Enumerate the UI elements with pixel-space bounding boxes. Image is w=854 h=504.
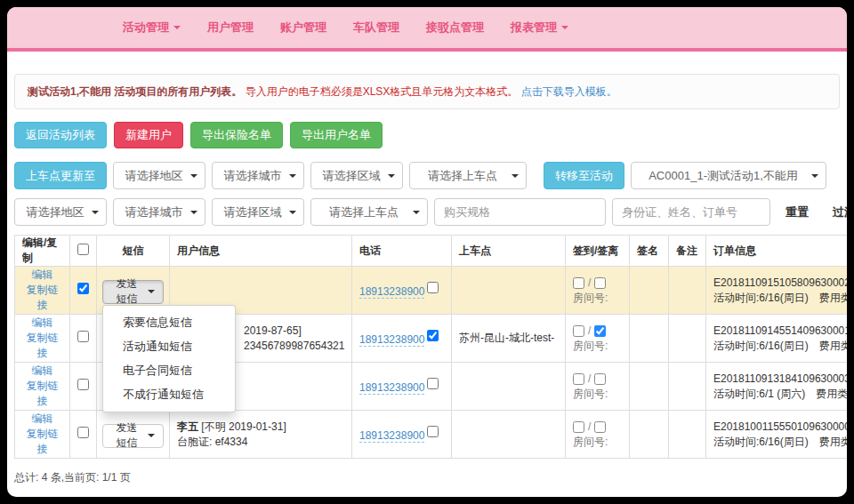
edit-link[interactable]: 编辑: [22, 364, 62, 379]
target-activity-select[interactable]: AC0001_1-测试活动1,不能用: [631, 162, 826, 189]
signature-cell: [630, 267, 669, 315]
phone-checkbox[interactable]: [427, 330, 439, 341]
menu-item-cancel-notice-sms[interactable]: 不成行通知短信: [103, 383, 235, 407]
order-number: E20181109145514096300019: [713, 324, 847, 339]
filter-bar: 请选择地区 请选择城市 请选择区域 请选择上车点 重置 过滤: [14, 198, 847, 226]
menu-item-econtract-sms[interactable]: 电子合同短信: [103, 359, 235, 383]
pagination-summary: 总计: 4 条,当前页: 1/1 页: [14, 459, 847, 497]
menu-item-request-info-sms[interactable]: 索要信息短信: [103, 311, 235, 335]
send-sms-button[interactable]: 发送短信: [102, 280, 164, 304]
filter-boarding-point-select[interactable]: 请选择上车点: [310, 198, 428, 226]
remark-cell: [669, 267, 706, 315]
caret-down-icon: [190, 174, 197, 178]
nav-account-management[interactable]: 账户管理: [280, 20, 326, 36]
header-order-info: 订单信息: [706, 236, 848, 267]
order-detail: 活动时间:6/16(周日) 费用类型: [713, 291, 847, 306]
nav-activity-management[interactable]: 活动管理: [123, 20, 181, 36]
phone-link[interactable]: 18913238900: [359, 381, 424, 395]
caret-down-icon: [811, 174, 818, 178]
select-all-checkbox[interactable]: [77, 244, 89, 255]
room-number-label: 房间号:: [573, 339, 622, 354]
boarding-point-select[interactable]: 请选择上车点: [409, 162, 527, 189]
row-checkbox[interactable]: [77, 331, 89, 342]
transfer-to-activity-button[interactable]: 转移至活动: [544, 162, 624, 189]
row-checkbox[interactable]: [77, 379, 89, 390]
caret-down-icon: [148, 434, 155, 437]
caret-down-icon: [173, 26, 181, 29]
phone-checkbox[interactable]: [427, 282, 439, 293]
order-number: E20181109131841096300031: [713, 372, 847, 387]
nav-user-management[interactable]: 用户管理: [207, 20, 254, 36]
row-checkbox[interactable]: [77, 283, 89, 294]
download-template-link[interactable]: 点击下载导入模板。: [521, 85, 617, 98]
signature-cell: [630, 411, 669, 459]
caret-down-icon: [148, 290, 155, 293]
table-row: 编辑复制链接 发送短信 索要信息短信 活动通知短信 电子合同短信 不成行通知短信…: [15, 267, 848, 315]
sms-dropdown-menu: 索要信息短信 活动通知短信 电子合同短信 不成行通知短信: [102, 305, 236, 412]
new-user-button[interactable]: 新建用户: [114, 122, 183, 148]
checkout-checkbox[interactable]: [594, 325, 606, 337]
order-number: E20181109151058096300025: [713, 276, 847, 291]
edit-link[interactable]: 编辑: [22, 268, 62, 283]
phone-link[interactable]: 18913238900: [359, 429, 424, 443]
remark-cell: [669, 363, 706, 411]
phone-checkbox[interactable]: [427, 378, 439, 389]
caret-down-icon: [388, 174, 395, 178]
nav-report-management[interactable]: 报表管理: [511, 20, 568, 36]
header-boarding-point: 上车点: [452, 236, 566, 267]
update-boarding-point-button[interactable]: 上车点更新至: [14, 162, 107, 189]
user-info: 李五 [不明 2019-01-31]台胞证: ef4334: [177, 420, 344, 450]
back-to-activity-list-button[interactable]: 返回活动列表: [14, 122, 107, 148]
order-detail: 活动时间:6/16(周日) 费用类型: [713, 435, 847, 450]
checkin-checkbox[interactable]: [573, 373, 584, 385]
boarding-point-cell: [452, 411, 566, 459]
copy-link[interactable]: 复制链接: [22, 331, 62, 361]
city-select[interactable]: 请选择城市: [212, 162, 304, 189]
copy-link[interactable]: 复制链接: [22, 427, 62, 457]
region-select[interactable]: 请选择地区: [113, 162, 205, 189]
header-signature: 签名: [630, 236, 669, 267]
caret-down-icon: [289, 174, 296, 178]
remark-cell: [669, 315, 706, 363]
checkin-checkbox[interactable]: [573, 421, 584, 433]
row-checkbox[interactable]: [77, 427, 89, 438]
boarding-point-cell: [452, 267, 566, 315]
signature-cell: [630, 315, 669, 363]
export-users-button[interactable]: 导出用户名单: [290, 122, 383, 148]
top-navbar: 活动管理 用户管理 账户管理 车队管理 接驳点管理 报表管理: [7, 7, 847, 52]
filter-district-select[interactable]: 请选择区域: [212, 198, 304, 226]
purchase-spec-input[interactable]: [434, 198, 606, 226]
checkout-checkbox[interactable]: [594, 373, 606, 385]
copy-link[interactable]: 复制链接: [22, 379, 62, 409]
checkout-checkbox[interactable]: [594, 421, 606, 433]
phone-checkbox[interactable]: [427, 426, 439, 437]
nav-shuttle-point-management[interactable]: 接驳点管理: [426, 20, 484, 36]
checkin-checkbox[interactable]: [573, 277, 584, 289]
checkin-checkbox[interactable]: [573, 325, 584, 337]
search-input[interactable]: [612, 198, 770, 226]
edit-link[interactable]: 编辑: [22, 316, 62, 331]
boarding-point-cell: 苏州-昆山-城北-test-: [452, 315, 566, 363]
filter-city-select[interactable]: 请选择城市: [113, 198, 205, 226]
app-window: 活动管理 用户管理 账户管理 车队管理 接驳点管理 报表管理 测试活动1,不能用…: [7, 7, 847, 497]
nav-fleet-management[interactable]: 车队管理: [353, 20, 399, 36]
table-header-row: 编辑/复制 短信 用户信息 电话 上车点 签到/签离 签名 备注 订单信息: [15, 236, 848, 267]
reset-button[interactable]: 重置: [777, 198, 818, 226]
header-sign-in-out: 签到/签离: [566, 236, 630, 267]
alert-warning: 导入用户的电子档必须是XLSX格式且单元格为文本格式。: [246, 85, 519, 98]
phone-link[interactable]: 18913238900: [359, 333, 424, 347]
copy-link[interactable]: 复制链接: [22, 283, 62, 313]
room-number-label: 房间号:: [573, 387, 622, 402]
users-table: 编辑/复制 短信 用户信息 电话 上车点 签到/签离 签名 备注 订单信息 编辑…: [14, 235, 847, 459]
filter-button[interactable]: 过滤: [824, 198, 847, 226]
signature-cell: [630, 363, 669, 411]
district-select[interactable]: 请选择区域: [310, 162, 403, 189]
export-insurance-button[interactable]: 导出保险名单: [190, 122, 283, 148]
header-sms: 短信: [97, 236, 170, 267]
checkout-checkbox[interactable]: [594, 277, 606, 289]
menu-item-activity-notice-sms[interactable]: 活动通知短信: [103, 335, 235, 359]
edit-link[interactable]: 编辑: [22, 412, 62, 427]
filter-region-select[interactable]: 请选择地区: [14, 198, 107, 226]
send-sms-button[interactable]: 发送短信: [102, 424, 164, 448]
phone-link[interactable]: 18913238900: [359, 285, 424, 299]
